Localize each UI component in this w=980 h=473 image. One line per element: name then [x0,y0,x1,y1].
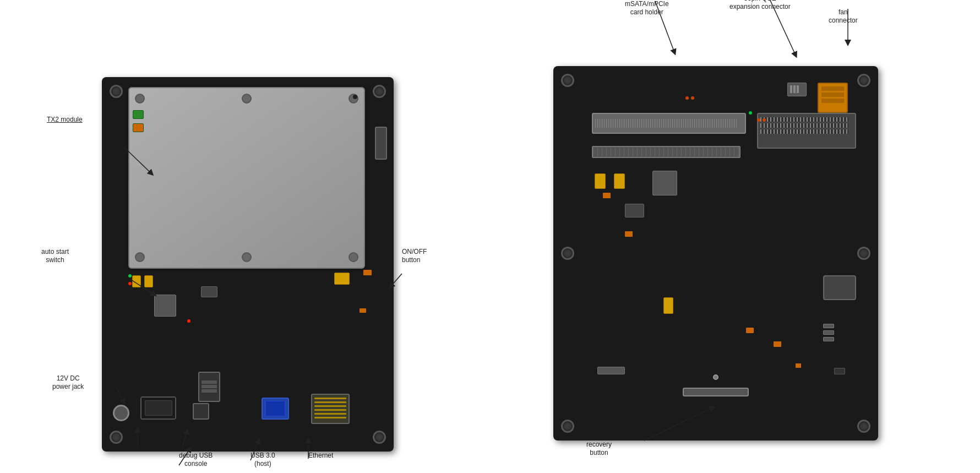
tx2-module-label: TX2 module [47,116,83,124]
page-container: TX2 module auto startswitch 12V DCpower … [0,0,980,473]
recovery-button[interactable] [683,388,749,396]
small-ic-1 [201,286,217,297]
orange-r3 [746,328,754,333]
led-top-1 [685,96,689,100]
led-green-1 [128,274,132,278]
led-2 [187,319,190,323]
antenna-conn-1 [133,110,144,119]
msata-card-holder [592,146,741,158]
right-mount-hole-ml [561,247,574,260]
msata-connector[interactable] [592,113,746,134]
msata-label: mSATA/mPCIecard holder [625,0,669,17]
right-board-section: mSATA/mPCIecard holder 80pin QSEexpansio… [553,44,878,441]
fan-connector[interactable] [818,83,848,113]
bottom-right-comps [823,324,834,341]
mount-hole-bl [110,431,123,444]
led-r3 [749,111,752,115]
tx2-hole-br [349,252,358,262]
tx2-hole-tc [242,94,252,104]
orange-r1 [603,193,611,198]
orange-comp-2 [360,308,366,313]
orange-r5 [796,363,801,368]
led-1 [128,282,132,285]
right-pcb [553,66,878,441]
mount-hole-br [373,431,386,444]
qse-connector[interactable] [757,113,856,149]
usb30-label: USB 3.0(host) [251,452,275,469]
tx2-dot [353,95,357,99]
debug-usb-port[interactable] [198,372,220,402]
yellow-comp-r2 [614,173,625,189]
fan-connector-label: fanconnector [829,8,858,25]
right-mount-hole-br [857,420,870,433]
ic-chip-r1 [652,171,677,195]
usb30-port[interactable] [262,398,289,420]
small-connector-tr [787,83,807,96]
mount-hole-tl [110,85,123,98]
orange-comp-1 [363,270,372,275]
orange-r4 [774,341,781,347]
debug-usb-label: debug USBconsole [179,452,213,469]
ethernet-label: Ethernet [308,452,333,460]
power-jack-label: 12V DCpower jack [52,374,84,392]
tx2-hole-bl [135,252,145,262]
power-jack[interactable] [113,405,129,421]
tx2-hole-bc [242,252,252,262]
cap-1 [132,275,141,287]
tx2-hole-tl [135,94,145,104]
hdmi-port[interactable] [140,396,176,420]
onoff-button[interactable] [375,127,387,160]
led-r1 [757,118,760,122]
antenna-conn-2 [133,123,144,132]
led-r2 [763,118,766,122]
bottom-left-comp [597,367,625,374]
led-row-top [685,96,694,100]
right-mount-hole-tr [857,74,870,87]
ic-chip-r2 [625,204,644,218]
cap-2 [144,275,153,287]
left-board-section: TX2 module auto startswitch 12V DCpower … [102,55,394,452]
yellow-caps [132,275,153,287]
sd-card-slot[interactable] [823,275,856,300]
micro-usb-br[interactable] [834,368,845,374]
right-mount-hole-mr [857,247,870,260]
right-mount-hole-bl [561,420,574,433]
right-mount-hole-tl [561,74,574,87]
auto-start-switch-label: auto startswitch [41,248,69,265]
antenna-connectors [133,110,144,132]
tx2-module [128,87,365,269]
yellow-comp-r3 [663,297,673,314]
ic-chip [154,295,176,317]
recovery-indicator [713,374,718,380]
orange-r2 [625,231,633,237]
ethernet-port[interactable] [311,394,350,424]
led-top-2 [691,96,694,100]
mount-hole-tr [373,85,386,98]
expansion-label: 80pin QSEexpansion connector [729,0,791,12]
recovery-button-label: recoverybutton [586,441,612,458]
left-pcb [102,77,394,452]
yellow-comp-right [334,273,350,285]
onoff-label-left: ON/OFFbutton [402,248,427,265]
otg-port[interactable] [193,403,209,420]
yellow-comp-r1 [595,173,606,189]
